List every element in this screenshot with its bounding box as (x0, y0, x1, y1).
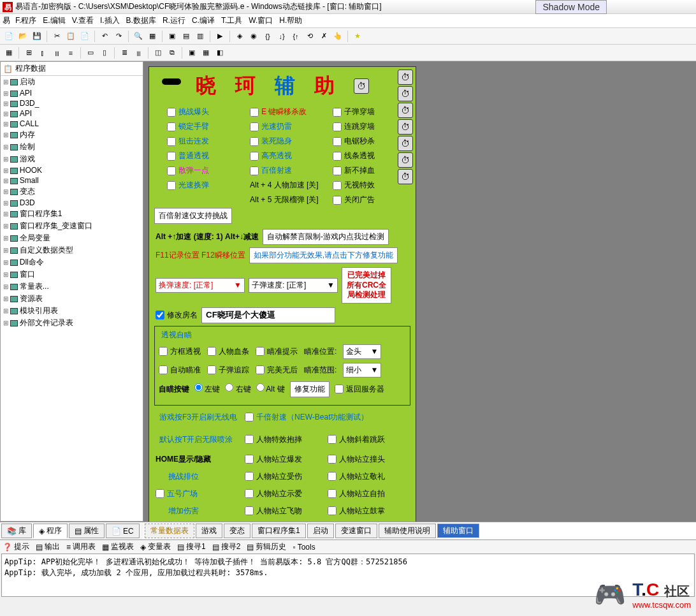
tab-clip[interactable]: ▤ 剪辑历史 (247, 541, 286, 552)
checkbox[interactable]: 子弹追踪 (207, 365, 249, 376)
checkbox[interactable]: 人物血条 (207, 346, 249, 357)
tb-icon[interactable]: ◉ (247, 30, 260, 43)
tree-item[interactable]: 窗口程序集_变速窗口 (3, 220, 143, 232)
tb-icon[interactable]: ◈ (233, 30, 246, 43)
checkbox[interactable]: 关闭广告 (333, 194, 416, 205)
menu-insert[interactable]: I.插入 (100, 15, 120, 26)
copy-icon[interactable]: 📋 (64, 30, 77, 43)
tree-item[interactable]: 变态 (3, 186, 143, 198)
tb-icon[interactable]: ▥ (194, 30, 207, 43)
menu-program[interactable]: F.程序 (15, 15, 36, 26)
tb-icon[interactable]: ⫼ (132, 47, 145, 59)
tb-icon[interactable]: ▭ (84, 47, 97, 59)
checkbox[interactable]: 高亮透视 (250, 150, 333, 161)
checkbox[interactable]: 普通透视 (167, 150, 250, 161)
shadow-mode-button[interactable]: Shadow Mode (535, 0, 607, 14)
redo-icon[interactable]: ↷ (112, 30, 125, 43)
undo-icon[interactable]: ↶ (98, 30, 111, 43)
tb-icon[interactable]: ↓} (275, 30, 288, 43)
room-name-input[interactable] (201, 307, 335, 323)
checkbox[interactable]: 散弹一点 (167, 165, 250, 176)
tree-item[interactable]: HOOK (3, 165, 143, 175)
tree-item[interactable]: API (3, 88, 143, 98)
tree-item[interactable]: 启动 (3, 76, 143, 88)
save-icon[interactable]: 💾 (31, 30, 43, 43)
tab-var[interactable]: ◈ 变量表 (140, 541, 171, 552)
log-output[interactable]: AppTip: APP初始化完毕！ 多进程通讯初始化成功！ 等待加载子插件！ 当… (1, 554, 695, 597)
tb-icon[interactable]: ★ (351, 30, 364, 43)
checkbox[interactable]: 光速换弹 (167, 180, 250, 191)
reload-speed-select[interactable]: 换弹速度: [正常]▼ (156, 278, 245, 293)
checkbox[interactable] (167, 194, 250, 205)
run-icon[interactable]: ▶ (214, 30, 226, 43)
tb-icon[interactable]: ⫿ (36, 47, 49, 59)
tree-item[interactable]: 窗口 (3, 268, 143, 281)
tab-search2[interactable]: ▤ 搜寻2 (212, 541, 241, 552)
checkbox[interactable]: 人物站立爆发 (245, 454, 328, 465)
tb-icon[interactable]: ⟲ (303, 30, 316, 43)
tree-item[interactable]: Small (3, 175, 143, 186)
paste-icon[interactable]: 📄 (78, 30, 91, 43)
timer-icon[interactable]: ⏱ (398, 119, 413, 135)
tree-item[interactable]: 自定义数据类型 (3, 244, 143, 256)
tb-icon[interactable]: ▦ (3, 47, 15, 59)
checkbox[interactable]: 人物站立鼓掌 (328, 506, 410, 517)
tree-item[interactable]: Dll命令 (3, 256, 143, 268)
radio-right[interactable]: 右键 (225, 383, 250, 395)
menu-view[interactable]: V.查看 (72, 15, 94, 26)
checkbox[interactable]: 装死隐身 (250, 136, 333, 147)
radio-alt[interactable]: Alt 键 (256, 383, 285, 395)
open-icon[interactable]: 📂 (17, 30, 29, 43)
tree-item[interactable]: 内存 (3, 129, 143, 141)
tree-item[interactable]: 全局变量 (3, 232, 143, 244)
checkbox[interactable]: 光速扔雷 (250, 121, 333, 132)
tb-icon[interactable]: ⧉ (166, 47, 178, 59)
tree-item[interactable]: API (3, 108, 143, 119)
design-tab[interactable]: 辅助使用说明 (379, 524, 436, 538)
checkbox[interactable]: 千倍射速（NEW-Beat功能测试） (245, 409, 410, 425)
repair-button[interactable]: 修复功能 (290, 381, 330, 397)
tb-icon[interactable]: ◫ (152, 47, 164, 59)
checkbox[interactable]: 人物站立撞头 (328, 454, 410, 465)
tb-icon[interactable]: ≡ (64, 47, 77, 59)
tree-item[interactable]: 模块引用表 (3, 305, 143, 317)
tree-item[interactable]: D3D (3, 198, 143, 208)
design-tab[interactable]: 变速窗口 (335, 524, 377, 538)
design-tab[interactable]: 游戏 (196, 524, 222, 538)
checkbox[interactable]: 瞄准提示 (256, 346, 298, 357)
tab-program[interactable]: ◈ 程序 (33, 524, 68, 538)
tab-tip[interactable]: ❓ 提示 (3, 541, 29, 552)
timer-icon[interactable]: ⏱ (398, 70, 413, 85)
tb-icon[interactable]: ▣ (166, 30, 178, 43)
checkbox[interactable]: E 键瞬移杀敌 (250, 106, 333, 117)
checkbox[interactable]: 锁定手臂 (167, 121, 250, 132)
tb-icon[interactable]: ▦ (146, 30, 159, 43)
tab-const[interactable]: 常量数据表 (145, 524, 194, 538)
auto-unban-button[interactable]: 自动解禁言限制-游戏内点我过检测 (263, 229, 389, 245)
tree-item[interactable]: D3D_ (3, 98, 143, 108)
timer-icon[interactable]: ⏱ (354, 78, 369, 94)
tab-call[interactable]: ≡ 调用表 (66, 541, 96, 552)
cut-icon[interactable]: ✂ (50, 30, 63, 43)
tab-lib[interactable]: 📚 库 (1, 524, 32, 538)
tree-panel[interactable]: 程序数据 启动APID3D_APICALL内存绘制游戏HOOKSmall变态D3… (0, 61, 143, 522)
design-area[interactable]: ⏱ ⏱ ⏱ ⏱ ⏱ ⏱ ⏱ 晓 珂 辅 助 ⏱ 挑战爆头E 键瞬移杀敌子弹穿墙锁… (143, 61, 696, 522)
timer-icon[interactable]: ⏱ (398, 136, 413, 151)
checkbox[interactable]: 人物站立自拍 (328, 488, 410, 499)
tree-item[interactable]: CALL (3, 119, 143, 129)
timer-icon[interactable]: ⏱ (398, 169, 413, 184)
tree-item[interactable]: 窗口程序集1 (3, 208, 143, 220)
tb-icon[interactable]: ▦ (199, 47, 212, 59)
return-server-checkbox[interactable]: 返回服务器 (335, 384, 384, 395)
aim-pos-select[interactable]: 金头▼ (343, 344, 381, 359)
checkbox[interactable]: 狙击连发 (167, 136, 250, 147)
new-icon[interactable]: 📄 (3, 30, 15, 43)
checkbox[interactable]: 完美无后 (256, 365, 298, 376)
tree-item[interactable]: 资源表 (3, 293, 143, 305)
tb-icon[interactable]: {↑ (289, 30, 302, 43)
tree-item[interactable]: 绘制 (3, 141, 143, 153)
tree-item[interactable]: 常量表... (3, 281, 143, 293)
radio-left[interactable]: 左键 (194, 383, 220, 395)
checkbox[interactable]: 人物站立敬礼 (328, 471, 410, 482)
menu-compile[interactable]: C.编译 (192, 15, 215, 26)
